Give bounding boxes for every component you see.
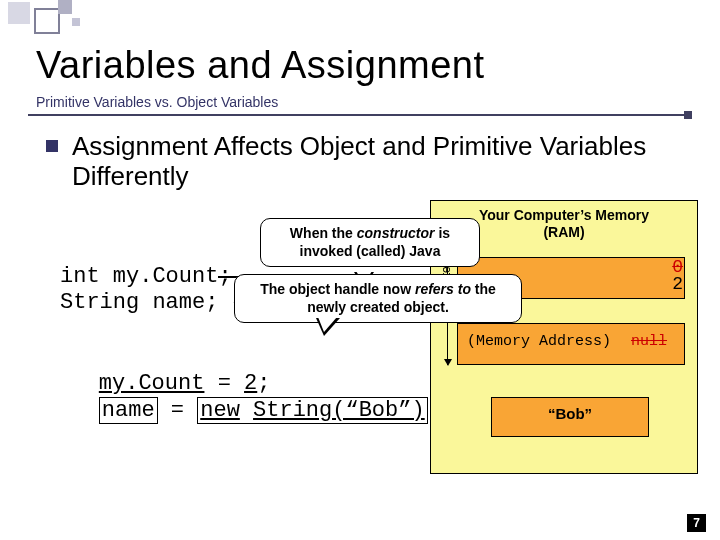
callout-text: When the bbox=[290, 225, 357, 241]
callout-tail-icon bbox=[316, 318, 340, 336]
memory-object-value: “Bob” bbox=[491, 405, 649, 422]
deco-square bbox=[58, 0, 72, 14]
bullet-text: Assignment Affects Object and Primitive … bbox=[72, 132, 682, 192]
corner-decoration bbox=[0, 0, 180, 34]
title-rule bbox=[28, 114, 690, 116]
memory-null-struck: null bbox=[631, 333, 667, 350]
deco-square bbox=[34, 8, 60, 34]
memory-title-line: Your Computer’s Memory bbox=[479, 207, 649, 223]
memory-address-label: (Memory Address) bbox=[467, 333, 611, 350]
code-token-boxed: new String(“Bob”) bbox=[197, 397, 427, 424]
square-bullet-icon bbox=[46, 140, 58, 152]
code-declaration-int: int my.Count; bbox=[60, 264, 232, 289]
callout-handle: The object handle now refers to the newl… bbox=[234, 274, 522, 323]
slide: Variables and Assignment Primitive Varia… bbox=[0, 0, 720, 540]
slide-title: Variables and Assignment bbox=[36, 44, 485, 87]
code-token: new bbox=[200, 398, 240, 423]
memory-cell-value: 0 2 bbox=[672, 259, 683, 293]
slide-subtitle: Primitive Variables vs. Object Variables bbox=[36, 94, 278, 110]
code-token bbox=[240, 398, 253, 423]
callout-em: refers to bbox=[415, 281, 471, 297]
code-token: = bbox=[158, 398, 198, 423]
callout-em: constructor bbox=[357, 225, 435, 241]
code-token-boxed: name bbox=[99, 397, 158, 424]
memory-title-line: (RAM) bbox=[543, 224, 584, 240]
deco-square bbox=[8, 2, 30, 24]
code-token: String(“Bob”) bbox=[253, 398, 425, 423]
callout-constructor: When the constructor is invoked (called)… bbox=[260, 218, 480, 267]
callout-text: The object handle now bbox=[260, 281, 415, 297]
deco-square bbox=[72, 18, 80, 26]
page-number: 7 bbox=[687, 514, 706, 532]
value-new: 2 bbox=[672, 276, 683, 293]
code-assign-name: name = new String(“Bob”); bbox=[46, 372, 441, 449]
code-declaration-string: String name; bbox=[60, 290, 218, 315]
